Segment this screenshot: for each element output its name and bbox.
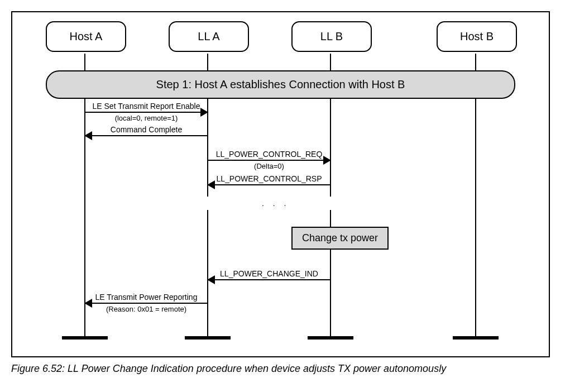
arrow-m3 xyxy=(208,160,330,161)
actor-ll-a: LL A xyxy=(169,21,249,52)
action-change-tx-power: Change tx power xyxy=(291,227,389,250)
msg-m3-sub: (Delta=0) xyxy=(210,162,328,170)
msg-ll-power-change-ind: LL_POWER_CHANGE_IND xyxy=(210,269,328,278)
arrow-m1 xyxy=(85,112,207,113)
lifeline-end-host-b xyxy=(453,336,499,340)
arrow-m4 xyxy=(208,184,330,185)
lifeline-end-ll-b xyxy=(308,336,353,340)
arrow-m2 xyxy=(85,135,207,136)
msg-le-transmit-power-reporting: LE Transmit Power Reporting xyxy=(88,293,205,302)
msg-m6-sub: (Reason: 0x01 = remote) xyxy=(88,305,205,313)
actor-host-b: Host B xyxy=(437,21,517,52)
arrow-m5 xyxy=(208,279,330,280)
lifeline-end-host-a xyxy=(62,336,108,340)
msg-le-set-transmit-report-enable: LE Set Transmit Report Enable xyxy=(88,102,205,111)
arrow-m6 xyxy=(85,303,207,304)
figure-caption: Figure 6.52: LL Power Change Indication … xyxy=(11,363,558,375)
step-1-banner: Step 1: Host A establishes Connection wi… xyxy=(46,70,515,99)
ellipsis: . . . xyxy=(262,199,289,208)
msg-command-complete: Command Complete xyxy=(88,125,205,134)
msg-m1-sub: (local=0, remote=1) xyxy=(88,114,205,122)
actor-host-a: Host A xyxy=(46,21,126,52)
diagram-frame: Host A LL A LL B Host B Step 1: Host A e… xyxy=(11,11,550,357)
lifeline-end-ll-a xyxy=(185,336,231,340)
actor-ll-b: LL B xyxy=(291,21,372,52)
msg-ll-power-control-req: LL_POWER_CONTROL_REQ xyxy=(210,150,328,159)
msg-ll-power-control-rsp: LL_POWER_CONTROL_RSP xyxy=(210,174,328,183)
